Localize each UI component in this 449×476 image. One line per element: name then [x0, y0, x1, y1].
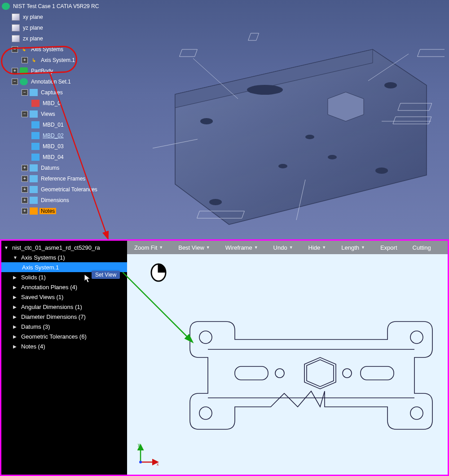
expand-right-icon[interactable]: ▶ — [13, 314, 19, 319]
toolbar-export[interactable]: Export — [380, 244, 397, 251]
tree-capture-item[interactable]: MBD_0 — [2, 98, 100, 109]
chevron-down-icon: ▼ — [206, 245, 210, 250]
plane-icon — [12, 35, 20, 42]
expand-icon[interactable]: + — [22, 197, 28, 203]
tree-datums[interactable]: + Datums — [2, 163, 100, 173]
toolbar-wireframe[interactable]: Wireframe ▼ — [225, 244, 258, 251]
sidebar-item-label: Angular Dimensions (1) — [21, 304, 82, 310]
sidebar-geom-tol[interactable]: ▶ Geometric Tolerances (6) — [1, 331, 127, 341]
axis-system-label: Axis System.1 — [40, 57, 76, 63]
svg-marker-31 — [304, 357, 336, 389]
tree-view-04[interactable]: MBD_04 — [2, 152, 100, 163]
chevron-down-icon: ▼ — [361, 245, 365, 250]
collapse-icon[interactable]: − — [12, 46, 18, 53]
sidebar-item-label: Notes (4) — [21, 343, 45, 350]
svg-point-7 — [305, 135, 314, 139]
expand-right-icon[interactable]: ▶ — [13, 275, 19, 280]
expand-icon[interactable]: + — [22, 208, 28, 214]
tree-plane-xy[interactable]: xy plane — [2, 12, 100, 22]
viewer-root[interactable]: ▼ nist_ctc_01_asme1_rd_ct5290_ra — [1, 242, 127, 252]
tree-geom-tol[interactable]: + Geometrical Tolerances — [2, 184, 100, 195]
expand-icon[interactable]: + — [22, 165, 28, 171]
gear-icon — [20, 78, 28, 85]
svg-point-9 — [328, 155, 337, 159]
context-tooltip[interactable]: Set View — [92, 271, 120, 279]
expand-down-icon[interactable]: ▼ — [4, 245, 10, 250]
tree-view-03[interactable]: MBD_03 — [2, 141, 100, 152]
tree-plane-zx[interactable]: zx plane — [2, 33, 100, 44]
sidebar-angular-dims[interactable]: ▶ Angular Dimensions (1) — [1, 302, 127, 312]
tree-captures[interactable]: − Captures — [2, 87, 100, 98]
toolbar-cutting[interactable]: Cutting — [413, 244, 431, 251]
sidebar-item-label: Annotation Planes (4) — [21, 284, 77, 291]
svg-rect-33 — [235, 366, 268, 380]
toolbar-hide[interactable]: Hide ▼ — [308, 244, 326, 251]
tree-dimensions[interactable]: + Dimensions — [2, 195, 100, 206]
svg-point-4 — [384, 82, 397, 88]
sidebar-axis-systems[interactable]: ▼ Axis Systems (1) — [1, 252, 127, 262]
axis-indicator: y x — [135, 442, 160, 467]
toolbar-label: Hide — [308, 244, 321, 251]
expand-down-icon[interactable]: ▼ — [13, 255, 19, 260]
toolbar-length[interactable]: Length ▼ — [341, 244, 365, 251]
tree-notes[interactable]: + Notes — [2, 206, 100, 216]
toolbar-label: Zoom Fit — [134, 244, 157, 251]
expand-right-icon[interactable]: ▶ — [13, 334, 19, 339]
group-icon — [30, 164, 38, 172]
view-icon — [31, 154, 40, 161]
captures-icon — [30, 89, 38, 96]
sidebar-notes[interactable]: ▶ Notes (4) — [1, 341, 127, 351]
toolbar-label: Length — [341, 244, 359, 251]
expand-right-icon[interactable]: ▶ — [13, 344, 19, 349]
expand-icon[interactable]: + — [22, 57, 28, 63]
group-icon — [30, 197, 38, 204]
expand-icon[interactable]: + — [12, 68, 18, 74]
expand-right-icon[interactable]: ▶ — [13, 324, 19, 329]
expand-right-icon[interactable]: ▶ — [13, 295, 19, 300]
captures-label: Captures — [40, 89, 64, 96]
expand-icon[interactable]: + — [22, 186, 28, 193]
viewer-canvas[interactable]: Zoom Fit ▼ Best View ▼ Wireframe ▼ Undo … — [127, 241, 448, 475]
toolbar-label: Cutting — [413, 244, 431, 251]
tree-axis-system-1[interactable]: + ↳ Axis System.1 — [2, 55, 100, 66]
tree-partbody[interactable]: + PartBody — [2, 66, 100, 76]
views-label: Views — [40, 111, 57, 117]
tree-reference-frames[interactable]: + Reference Frames — [2, 173, 100, 184]
group-label: Geometrical Tolerances — [40, 186, 99, 193]
expand-right-icon[interactable]: ▶ — [13, 285, 19, 290]
toolbar-undo[interactable]: Undo ▼ — [273, 244, 293, 251]
toolbar-label: Export — [380, 244, 397, 251]
plane-icon — [12, 24, 20, 31]
expand-right-icon[interactable]: ▶ — [13, 304, 19, 309]
collapse-icon[interactable]: − — [22, 111, 28, 117]
view-label-selected: MBD_02 — [41, 132, 65, 139]
tree-view-01[interactable]: MBD_01 — [2, 119, 100, 130]
tree-axis-systems[interactable]: − ↳ Axis Systems — [2, 44, 100, 55]
sidebar-saved-views[interactable]: ▶ Saved Views (1) — [1, 292, 127, 302]
catia-3d-part — [121, 18, 445, 229]
svg-rect-17 — [248, 33, 259, 40]
group-icon — [30, 207, 38, 215]
svg-point-8 — [278, 164, 287, 168]
chevron-down-icon: ▼ — [254, 245, 258, 250]
view-label: MBD_01 — [41, 122, 65, 128]
toolbar-best-view[interactable]: Best View ▼ — [178, 244, 210, 251]
collapse-icon[interactable]: − — [22, 89, 28, 96]
expand-icon[interactable]: + — [22, 176, 28, 182]
sidebar-datums[interactable]: ▶ Datums (3) — [1, 322, 127, 331]
svg-point-3 — [200, 118, 213, 124]
sidebar-annotation-planes[interactable]: ▶ Annotation Planes (4) — [1, 282, 127, 292]
tree-annotation-set[interactable]: − Annotation Set.1 — [2, 76, 100, 87]
tree-root[interactable]: NIST Test Case 1 CATIA V5R29 RC — [2, 1, 100, 12]
toolbar-zoom-fit[interactable]: Zoom Fit ▼ — [134, 244, 163, 251]
sidebar-diameter-dims[interactable]: ▶ Diameter Dimensions (7) — [1, 312, 127, 322]
tree-plane-yz[interactable]: yz plane — [2, 22, 100, 33]
tree-view-02[interactable]: MBD_02 — [2, 130, 100, 141]
tree-views[interactable]: − Views — [2, 109, 100, 119]
gear-icon — [2, 3, 10, 10]
catia-tree[interactable]: NIST Test Case 1 CATIA V5R29 RC xy plane… — [2, 1, 100, 216]
root-label: NIST Test Case 1 CATIA V5R29 RC — [12, 3, 100, 9]
sidebar-item-label: Axis Systems (1) — [21, 254, 65, 261]
collapse-icon[interactable]: − — [12, 79, 18, 85]
group-label: Datums — [40, 165, 61, 171]
